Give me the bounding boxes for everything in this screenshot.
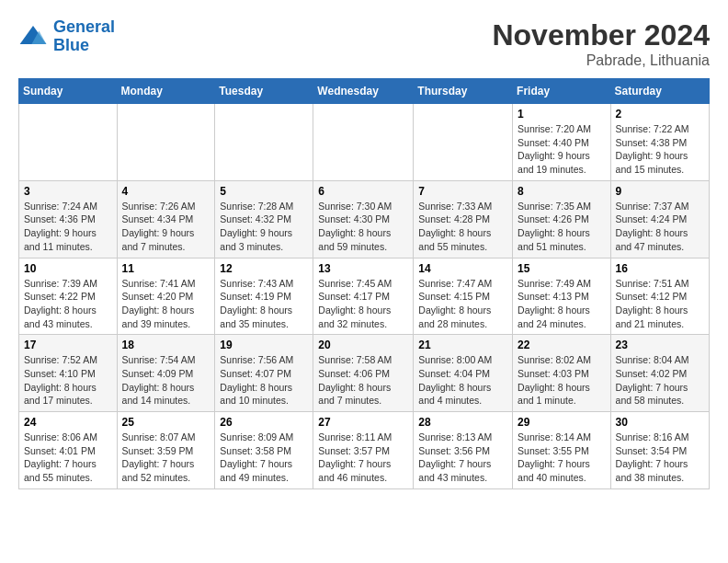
day-info: Sunrise: 7:56 AM Sunset: 4:07 PM Dayligh… (220, 353, 308, 408)
day-info: Sunrise: 7:41 AM Sunset: 4:20 PM Dayligh… (122, 277, 210, 331)
day-info: Sunrise: 7:20 AM Sunset: 4:40 PM Dayligh… (518, 122, 606, 177)
day-number: 24 (24, 416, 112, 429)
day-info: Sunrise: 7:37 AM Sunset: 4:24 PM Dayligh… (616, 200, 704, 254)
day-info: Sunrise: 7:24 AM Sunset: 4:36 PM Dayligh… (24, 200, 112, 254)
calendar-cell (19, 104, 118, 181)
location-title: Pabrade, Lithuania (492, 52, 710, 69)
calendar-week-5: 24Sunrise: 8:06 AM Sunset: 4:01 PM Dayli… (19, 412, 710, 489)
day-number: 1 (518, 108, 606, 121)
day-number: 28 (418, 416, 507, 429)
day-number: 19 (220, 339, 308, 351)
calendar-cell: 13Sunrise: 7:45 AM Sunset: 4:17 PM Dayli… (313, 258, 414, 335)
day-number: 16 (616, 262, 704, 275)
day-info: Sunrise: 8:16 AM Sunset: 3:54 PM Dayligh… (616, 431, 704, 485)
day-info: Sunrise: 8:09 AM Sunset: 3:58 PM Dayligh… (220, 431, 308, 485)
weekday-header-wednesday: Wednesday (313, 79, 414, 104)
calendar-cell: 4Sunrise: 7:26 AM Sunset: 4:34 PM Daylig… (117, 180, 215, 258)
calendar-cell: 27Sunrise: 8:11 AM Sunset: 3:57 PM Dayli… (313, 412, 414, 489)
weekday-header-monday: Monday (117, 79, 215, 104)
calendar-cell: 7Sunrise: 7:33 AM Sunset: 4:28 PM Daylig… (414, 180, 513, 258)
calendar-cell: 22Sunrise: 8:02 AM Sunset: 4:03 PM Dayli… (513, 335, 611, 412)
calendar-cell: 5Sunrise: 7:28 AM Sunset: 4:32 PM Daylig… (215, 180, 313, 258)
day-number: 11 (122, 262, 210, 275)
day-info: Sunrise: 8:11 AM Sunset: 3:57 PM Dayligh… (318, 431, 408, 485)
calendar-cell: 19Sunrise: 7:56 AM Sunset: 4:07 PM Dayli… (215, 335, 313, 412)
calendar-cell: 3Sunrise: 7:24 AM Sunset: 4:36 PM Daylig… (19, 180, 118, 258)
day-info: Sunrise: 7:54 AM Sunset: 4:09 PM Dayligh… (122, 353, 210, 408)
day-number: 15 (518, 262, 606, 275)
day-info: Sunrise: 7:28 AM Sunset: 4:32 PM Dayligh… (220, 200, 308, 254)
day-number: 8 (518, 185, 606, 198)
calendar-cell: 26Sunrise: 8:09 AM Sunset: 3:58 PM Dayli… (215, 412, 313, 489)
day-info: Sunrise: 7:30 AM Sunset: 4:30 PM Dayligh… (318, 200, 408, 254)
calendar-cell: 28Sunrise: 8:13 AM Sunset: 3:56 PM Dayli… (414, 412, 513, 489)
calendar-week-3: 10Sunrise: 7:39 AM Sunset: 4:22 PM Dayli… (19, 258, 710, 335)
calendar-cell: 17Sunrise: 7:52 AM Sunset: 4:10 PM Dayli… (19, 335, 118, 412)
day-info: Sunrise: 8:00 AM Sunset: 4:04 PM Dayligh… (418, 353, 507, 408)
calendar-cell: 12Sunrise: 7:43 AM Sunset: 4:19 PM Dayli… (215, 258, 313, 335)
day-info: Sunrise: 8:06 AM Sunset: 4:01 PM Dayligh… (24, 431, 112, 485)
day-number: 23 (616, 339, 704, 351)
calendar-cell: 6Sunrise: 7:30 AM Sunset: 4:30 PM Daylig… (313, 180, 414, 258)
calendar-week-4: 17Sunrise: 7:52 AM Sunset: 4:10 PM Dayli… (19, 335, 710, 412)
day-info: Sunrise: 7:43 AM Sunset: 4:19 PM Dayligh… (220, 277, 308, 331)
month-title: November 2024 (492, 18, 710, 52)
day-number: 29 (518, 416, 606, 429)
weekday-header-saturday: Saturday (610, 79, 709, 104)
day-number: 14 (418, 262, 507, 275)
day-number: 9 (616, 185, 704, 198)
calendar-cell (215, 104, 313, 181)
calendar-cell: 1Sunrise: 7:20 AM Sunset: 4:40 PM Daylig… (513, 104, 611, 181)
day-info: Sunrise: 7:33 AM Sunset: 4:28 PM Dayligh… (418, 200, 507, 254)
day-number: 13 (318, 262, 408, 275)
day-number: 27 (318, 416, 408, 429)
day-info: Sunrise: 7:26 AM Sunset: 4:34 PM Dayligh… (122, 200, 210, 254)
calendar-week-2: 3Sunrise: 7:24 AM Sunset: 4:36 PM Daylig… (19, 180, 710, 258)
day-number: 6 (318, 185, 408, 198)
day-number: 26 (220, 416, 308, 429)
calendar-cell: 30Sunrise: 8:16 AM Sunset: 3:54 PM Dayli… (610, 412, 709, 489)
calendar-cell: 25Sunrise: 8:07 AM Sunset: 3:59 PM Dayli… (117, 412, 215, 489)
day-number: 4 (122, 185, 210, 198)
calendar-cell: 9Sunrise: 7:37 AM Sunset: 4:24 PM Daylig… (610, 180, 709, 258)
calendar-cell: 23Sunrise: 8:04 AM Sunset: 4:02 PM Dayli… (610, 335, 709, 412)
calendar-cell (414, 104, 513, 181)
logo-icon (18, 22, 48, 52)
calendar-cell: 15Sunrise: 7:49 AM Sunset: 4:13 PM Dayli… (513, 258, 611, 335)
day-info: Sunrise: 7:49 AM Sunset: 4:13 PM Dayligh… (518, 277, 606, 331)
calendar-cell: 8Sunrise: 7:35 AM Sunset: 4:26 PM Daylig… (513, 180, 611, 258)
weekday-header-thursday: Thursday (414, 79, 513, 104)
calendar-cell: 24Sunrise: 8:06 AM Sunset: 4:01 PM Dayli… (19, 412, 118, 489)
day-number: 5 (220, 185, 308, 198)
calendar-cell (117, 104, 215, 181)
logo-line1: General (53, 17, 115, 36)
calendar-cell: 11Sunrise: 7:41 AM Sunset: 4:20 PM Dayli… (117, 258, 215, 335)
logo: General Blue (18, 18, 115, 55)
day-info: Sunrise: 7:45 AM Sunset: 4:17 PM Dayligh… (318, 277, 408, 331)
day-number: 30 (616, 416, 704, 429)
day-info: Sunrise: 7:35 AM Sunset: 4:26 PM Dayligh… (518, 200, 606, 254)
calendar-week-1: 1Sunrise: 7:20 AM Sunset: 4:40 PM Daylig… (19, 104, 710, 181)
day-number: 17 (24, 339, 112, 351)
logo-line2: Blue (53, 36, 89, 54)
calendar-cell: 29Sunrise: 8:14 AM Sunset: 3:55 PM Dayli… (513, 412, 611, 489)
calendar-table: SundayMondayTuesdayWednesdayThursdayFrid… (18, 78, 710, 489)
weekday-header-sunday: Sunday (19, 79, 118, 104)
weekday-header-friday: Friday (513, 79, 611, 104)
calendar-cell: 21Sunrise: 8:00 AM Sunset: 4:04 PM Dayli… (414, 335, 513, 412)
day-info: Sunrise: 8:14 AM Sunset: 3:55 PM Dayligh… (518, 431, 606, 485)
day-info: Sunrise: 7:47 AM Sunset: 4:15 PM Dayligh… (418, 277, 507, 331)
calendar-cell: 2Sunrise: 7:22 AM Sunset: 4:38 PM Daylig… (610, 104, 709, 181)
day-info: Sunrise: 8:04 AM Sunset: 4:02 PM Dayligh… (616, 353, 704, 408)
calendar-cell: 14Sunrise: 7:47 AM Sunset: 4:15 PM Dayli… (414, 258, 513, 335)
day-info: Sunrise: 7:22 AM Sunset: 4:38 PM Dayligh… (616, 122, 704, 177)
day-number: 18 (122, 339, 210, 351)
day-number: 20 (318, 339, 408, 351)
day-info: Sunrise: 8:02 AM Sunset: 4:03 PM Dayligh… (518, 353, 606, 408)
day-info: Sunrise: 7:51 AM Sunset: 4:12 PM Dayligh… (616, 277, 704, 331)
day-number: 10 (24, 262, 112, 275)
day-info: Sunrise: 7:52 AM Sunset: 4:10 PM Dayligh… (24, 353, 112, 408)
day-number: 3 (24, 185, 112, 198)
page-header: General Blue November 2024 Pabrade, Lith… (18, 18, 710, 69)
day-number: 21 (418, 339, 507, 351)
